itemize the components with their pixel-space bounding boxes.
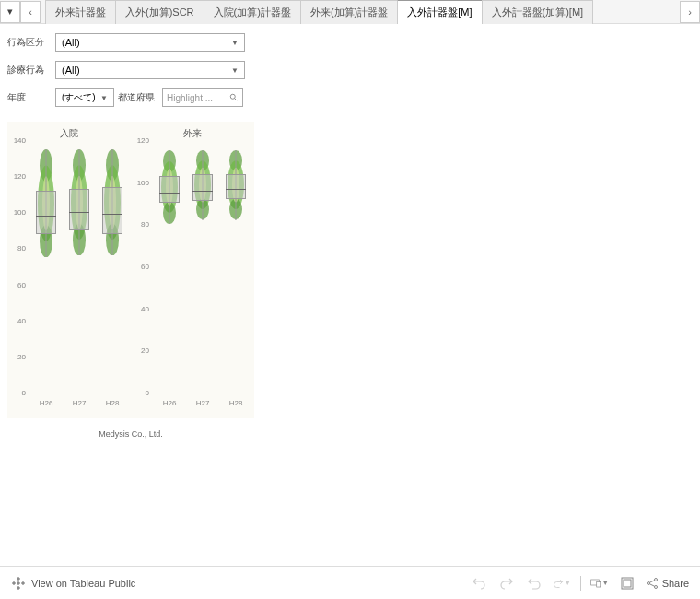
tableau-logo-icon bbox=[11, 576, 26, 591]
todofuken-placeholder: Highlight ... bbox=[167, 93, 213, 103]
redo-button[interactable] bbox=[497, 574, 516, 593]
footer-bar: View on Tableau Public ▼ ▼ Share bbox=[0, 566, 700, 599]
tab-1[interactable]: 入外(加算)SCR bbox=[115, 0, 204, 24]
nendo-select[interactable]: (すべて) ▼ bbox=[55, 88, 114, 107]
nendo-label: 年度 bbox=[7, 91, 55, 104]
svg-line-43 bbox=[649, 580, 654, 582]
shinryo-koui-value: (All) bbox=[62, 65, 80, 76]
chevron-down-icon: ▼ bbox=[231, 66, 239, 75]
fullscreen-button[interactable] bbox=[618, 574, 636, 593]
search-icon bbox=[229, 93, 239, 102]
share-icon bbox=[646, 577, 659, 590]
attribution-text: Medysis Co., Ltd. bbox=[0, 429, 262, 439]
chart-panel-nyuin: 入院020406080100120140H26H27H28 bbox=[7, 122, 131, 418]
tab-0[interactable]: 外来計器盤 bbox=[45, 0, 116, 24]
tab-bar: ▾ ‹ 外来計器盤 入外(加算)SCR 入院(加算)計器盤 外来(加算)計器盤 … bbox=[0, 0, 700, 24]
svg-point-40 bbox=[647, 581, 649, 584]
koui-kubun-select[interactable]: (All) ▼ bbox=[55, 33, 245, 52]
chart-panel-gairai: 外来020406080100120H26H27H28 bbox=[131, 122, 254, 418]
tab-next[interactable]: › bbox=[680, 1, 700, 23]
tab-3[interactable]: 外来(加算)計器盤 bbox=[300, 0, 398, 24]
chevron-down-icon: ▼ bbox=[100, 94, 108, 102]
panel-title: 外来 bbox=[131, 122, 254, 142]
tableau-public-link[interactable]: View on Tableau Public bbox=[11, 576, 135, 591]
refresh-button[interactable]: ▼ bbox=[553, 574, 571, 593]
shinryo-koui-select[interactable]: (All) ▼ bbox=[55, 61, 245, 79]
tab-dropdown[interactable]: ▾ bbox=[0, 1, 20, 23]
svg-rect-37 bbox=[596, 581, 600, 586]
share-button[interactable]: Share bbox=[646, 577, 689, 590]
device-preview-button[interactable]: ▼ bbox=[590, 574, 609, 593]
boxplot-H26[interactable] bbox=[156, 140, 183, 393]
shinryo-koui-label: 診療行為 bbox=[7, 64, 55, 76]
tab-5[interactable]: 入外計器盤(加算)[M] bbox=[482, 0, 594, 24]
svg-point-0 bbox=[230, 94, 235, 99]
boxplot-H28[interactable] bbox=[222, 140, 250, 393]
tab-2[interactable]: 入院(加算)計器盤 bbox=[204, 0, 301, 24]
x-axis: H26H27H28 bbox=[29, 399, 129, 407]
todofuken-highlight[interactable]: Highlight ... bbox=[162, 88, 243, 107]
panel-title: 入院 bbox=[7, 122, 131, 142]
koui-kubun-label: 行為区分 bbox=[7, 36, 55, 49]
boxplot-H28[interactable] bbox=[99, 140, 126, 393]
y-axis: 020406080100120 bbox=[131, 140, 153, 393]
svg-rect-39 bbox=[624, 580, 631, 587]
divider bbox=[580, 576, 581, 591]
share-label: Share bbox=[662, 578, 689, 589]
tab-prev[interactable]: ‹ bbox=[20, 1, 41, 23]
plot-area[interactable] bbox=[29, 140, 129, 393]
replay-button[interactable] bbox=[525, 574, 543, 593]
chevron-down-icon: ▼ bbox=[231, 39, 239, 47]
svg-point-41 bbox=[654, 578, 657, 581]
todofuken-label: 都道府県 bbox=[118, 91, 162, 104]
chart-area: 入院020406080100120140H26H27H28 外来02040608… bbox=[7, 122, 254, 418]
boxplot-H27[interactable] bbox=[65, 140, 93, 393]
plot-area[interactable] bbox=[153, 140, 252, 393]
koui-kubun-value: (All) bbox=[62, 37, 80, 48]
x-axis: H26H27H28 bbox=[153, 399, 252, 407]
tableau-public-label: View on Tableau Public bbox=[31, 578, 135, 589]
boxplot-H27[interactable] bbox=[189, 140, 216, 393]
svg-point-42 bbox=[654, 585, 657, 588]
tab-4[interactable]: 入外計器盤[M] bbox=[397, 0, 482, 24]
filters-panel: 行為区分 (All) ▼ 診療行為 (All) ▼ 年度 (すべて) ▼ 都道府… bbox=[0, 24, 700, 122]
y-axis: 020406080100120140 bbox=[7, 140, 29, 393]
nendo-value: (すべて) bbox=[62, 91, 96, 104]
undo-button[interactable] bbox=[470, 574, 488, 593]
boxplot-H26[interactable] bbox=[32, 140, 60, 393]
svg-line-44 bbox=[649, 583, 654, 586]
svg-line-1 bbox=[235, 99, 238, 101]
